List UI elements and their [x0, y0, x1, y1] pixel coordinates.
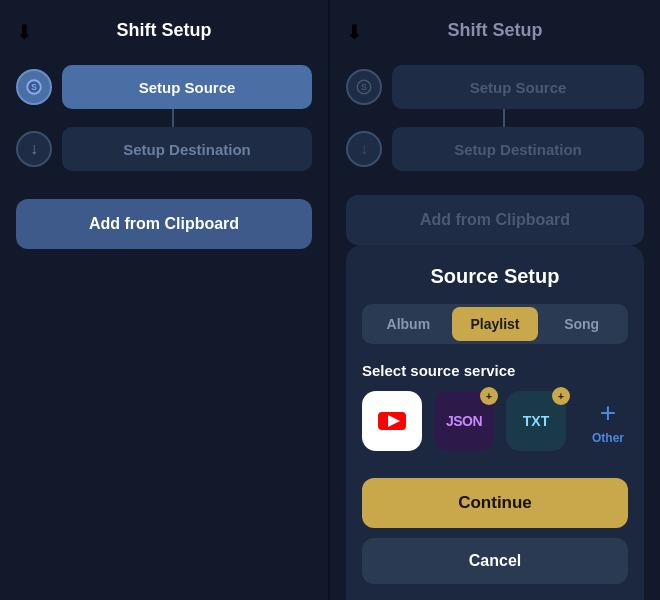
setup-source-button[interactable]: Setup Source — [62, 65, 312, 109]
right-dest-icon: ↓ — [346, 131, 382, 167]
left-panel: ⬇ Shift Setup S Setup Source ↓ Setup Des… — [0, 0, 328, 600]
txt-label: TXT — [523, 413, 549, 429]
right-source-icon: S — [346, 69, 382, 105]
right-header-icon: ⬇ — [346, 20, 363, 44]
setup-source-row: S Setup Source — [16, 65, 312, 109]
right-setup-source-button: Setup Source — [392, 65, 644, 109]
json-label: JSON — [446, 413, 482, 429]
source-setup-sheet: Source Setup Album Playlist Song Select … — [346, 245, 644, 600]
right-add-clipboard-button: Add from Clipboard — [346, 195, 644, 245]
youtube-service-icon[interactable] — [362, 391, 422, 451]
left-steps: S Setup Source ↓ Setup Destination — [16, 65, 312, 171]
json-service-icon[interactable]: JSON + — [434, 391, 494, 451]
connector-line — [172, 109, 174, 127]
section-label: Select source service — [362, 362, 628, 379]
svg-text:S: S — [361, 83, 367, 92]
right-connector — [503, 109, 505, 127]
svg-text:S: S — [31, 83, 37, 92]
tab-row: Album Playlist Song — [362, 304, 628, 344]
tab-song[interactable]: Song — [538, 307, 625, 341]
json-badge: + — [480, 387, 498, 405]
setup-destination-row: ↓ Setup Destination — [16, 127, 312, 171]
continue-button[interactable]: Continue — [362, 478, 628, 528]
tab-album[interactable]: Album — [365, 307, 452, 341]
other-plus-icon: + — [600, 397, 616, 429]
destination-step-icon: ↓ — [16, 131, 52, 167]
left-header-icon: ⬇ — [16, 20, 33, 44]
sheet-title: Source Setup — [362, 265, 628, 288]
right-dest-row: ↓ Setup Destination — [346, 127, 644, 171]
add-from-clipboard-button[interactable]: Add from Clipboard — [16, 199, 312, 249]
left-panel-title: Shift Setup — [117, 20, 212, 41]
service-row: JSON + TXT + + Other — [362, 391, 628, 451]
setup-destination-button: Setup Destination — [62, 127, 312, 171]
right-panel-title: Shift Setup — [448, 20, 543, 41]
right-panel: ⬇ Shift Setup S Setup Source ↓ Setup Des… — [330, 0, 660, 600]
right-setup-dest-button: Setup Destination — [392, 127, 644, 171]
right-steps: S Setup Source ↓ Setup Destination — [346, 65, 644, 171]
source-step-icon: S — [16, 69, 52, 105]
other-service-icon[interactable]: + Other — [578, 391, 638, 451]
cancel-button[interactable]: Cancel — [362, 538, 628, 584]
txt-badge: + — [552, 387, 570, 405]
right-source-row: S Setup Source — [346, 65, 644, 109]
txt-service-icon[interactable]: TXT + — [506, 391, 566, 451]
tab-playlist[interactable]: Playlist — [452, 307, 539, 341]
other-label: Other — [592, 431, 624, 445]
